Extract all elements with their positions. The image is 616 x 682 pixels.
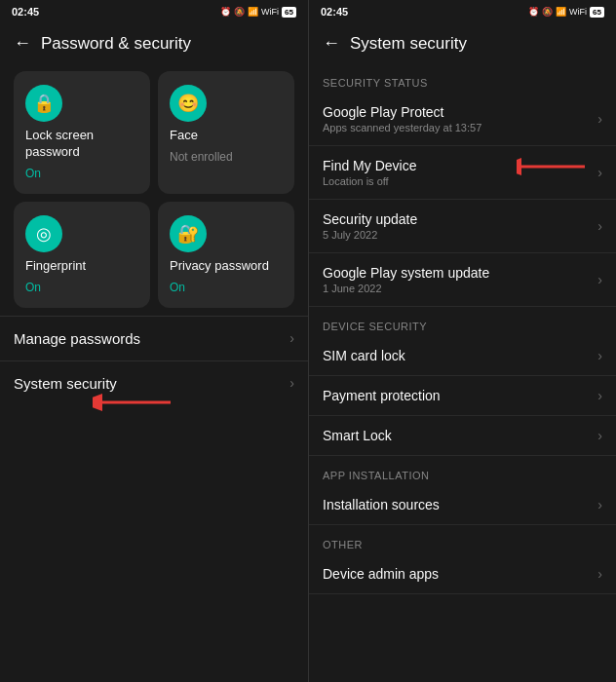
system-security-chevron: ›: [289, 375, 294, 391]
left-status-bar: 02:45 ⏰ 🔕 📶 WiFi 65: [0, 0, 308, 23]
find-my-device-sub: Location is off: [323, 175, 416, 187]
device-admin-apps-content: Device admin apps: [323, 566, 439, 582]
manage-passwords-label: Manage passwords: [14, 330, 140, 347]
left-page-title: Password & security: [41, 34, 191, 54]
left-panel: 02:45 ⏰ 🔕 📶 WiFi 65 ← Password & securit…: [0, 0, 308, 682]
device-admin-apps-title: Device admin apps: [323, 566, 439, 582]
security-update-sub: 5 July 2022: [323, 229, 417, 241]
right-panel: 02:45 ⏰ 🔕 📶 WiFi 65 ← System security SE…: [308, 0, 616, 682]
volume-icon: 🔕: [234, 7, 245, 17]
smart-lock-chevron: ›: [597, 428, 602, 443]
lock-screen-label: Lock screen password: [25, 128, 138, 161]
signal-icon: 📶: [248, 7, 258, 17]
find-my-device-chevron: ›: [597, 165, 602, 180]
right-time: 02:45: [321, 6, 348, 18]
manage-passwords-chevron: ›: [289, 330, 294, 346]
app-installation-section-label: APP INSTALLATION: [309, 456, 616, 485]
fingerprint-status: On: [25, 281, 138, 294]
system-security-item[interactable]: System security ›: [0, 360, 308, 405]
lock-screen-card[interactable]: 🔒 Lock screen password On: [14, 71, 150, 194]
security-update-title: Security update: [323, 211, 417, 227]
right-battery: 65: [590, 7, 604, 18]
google-play-protect-title: Google Play Protect: [323, 104, 481, 120]
alarm-icon-r: ⏰: [528, 7, 539, 17]
sim-card-lock-title: SIM card lock: [323, 348, 405, 363]
sim-card-lock-content: SIM card lock: [323, 348, 405, 363]
face-status: Not enrolled: [170, 150, 283, 164]
find-my-device-content: Find My Device Location is off: [323, 158, 416, 187]
privacy-password-label: Privacy password: [170, 258, 283, 275]
right-back-button[interactable]: ←: [323, 33, 340, 54]
left-battery: 65: [282, 7, 296, 18]
smart-lock-title: Smart Lock: [323, 428, 392, 443]
security-update-item[interactable]: Security update 5 July 2022 ›: [309, 200, 616, 253]
payment-protection-title: Payment protection: [323, 388, 441, 403]
manage-passwords-item[interactable]: Manage passwords ›: [0, 316, 308, 360]
fingerprint-icon: ◎: [25, 215, 62, 252]
left-back-button[interactable]: ←: [14, 33, 31, 54]
sim-card-lock-chevron: ›: [597, 348, 602, 363]
google-play-protect-content: Google Play Protect Apps scanned yesterd…: [323, 104, 481, 133]
installation-sources-item[interactable]: Installation sources ›: [309, 485, 616, 525]
right-status-bar: 02:45 ⏰ 🔕 📶 WiFi 65: [309, 0, 616, 23]
system-security-label: System security: [14, 375, 117, 392]
left-time: 02:45: [12, 6, 39, 18]
right-header: ← System security: [309, 23, 616, 63]
left-header: ← Password & security: [0, 23, 308, 63]
installation-sources-title: Installation sources: [323, 497, 440, 512]
right-page-title: System security: [350, 34, 467, 54]
find-my-device-title: Find My Device: [323, 158, 416, 173]
right-content: SECURITY STATUS Google Play Protect Apps…: [309, 63, 616, 682]
alarm-icon: ⏰: [220, 7, 231, 17]
sim-card-lock-item[interactable]: SIM card lock ›: [309, 336, 616, 376]
device-admin-apps-chevron: ›: [597, 566, 602, 582]
fingerprint-label: Fingerprint: [25, 258, 138, 275]
security-update-content: Security update 5 July 2022: [323, 211, 417, 241]
right-arrow-annotation: [517, 156, 595, 177]
installation-sources-content: Installation sources: [323, 497, 440, 512]
device-security-section-label: DEVICE SECURITY: [309, 307, 616, 336]
left-status-icons: ⏰ 🔕 📶 WiFi 65: [220, 7, 296, 18]
wifi-icon: WiFi: [261, 7, 279, 17]
google-play-system-update-item[interactable]: Google Play system update 1 June 2022 ›: [309, 253, 616, 307]
payment-protection-chevron: ›: [597, 388, 602, 403]
smart-lock-content: Smart Lock: [323, 428, 392, 443]
privacy-password-status: On: [170, 281, 283, 294]
face-icon: 😊: [170, 85, 207, 122]
device-admin-apps-item[interactable]: Device admin apps ›: [309, 554, 616, 594]
payment-protection-content: Payment protection: [323, 388, 441, 403]
privacy-icon: 🔐: [170, 215, 207, 252]
security-status-section-label: SECURITY STATUS: [309, 63, 616, 93]
google-play-system-update-chevron: ›: [597, 272, 602, 287]
security-update-chevron: ›: [597, 218, 602, 234]
google-play-protect-chevron: ›: [597, 111, 602, 127]
find-my-device-wrapper: Find My Device Location is off ›: [309, 146, 616, 200]
wifi-icon-r: WiFi: [569, 7, 587, 17]
google-play-protect-sub: Apps scanned yesterday at 13:57: [323, 122, 481, 133]
other-section-label: OTHER: [309, 525, 616, 554]
payment-protection-item[interactable]: Payment protection ›: [309, 376, 616, 416]
face-label: Face: [170, 128, 283, 144]
signal-icon-r: 📶: [556, 7, 566, 17]
google-play-system-update-content: Google Play system update 1 June 2022: [323, 265, 489, 294]
face-card[interactable]: 😊 Face Not enrolled: [158, 71, 294, 194]
lock-screen-status: On: [25, 167, 138, 180]
volume-icon-r: 🔕: [542, 7, 553, 17]
right-status-icons: ⏰ 🔕 📶 WiFi 65: [528, 7, 604, 18]
fingerprint-card[interactable]: ◎ Fingerprint On: [14, 202, 150, 308]
smart-lock-item[interactable]: Smart Lock ›: [309, 416, 616, 456]
lock-icon: 🔒: [25, 85, 62, 122]
privacy-password-card[interactable]: 🔐 Privacy password On: [158, 202, 294, 308]
google-play-system-update-sub: 1 June 2022: [323, 283, 489, 294]
security-cards-grid: 🔒 Lock screen password On 😊 Face Not enr…: [0, 63, 308, 316]
google-play-system-update-title: Google Play system update: [323, 265, 489, 281]
google-play-protect-item[interactable]: Google Play Protect Apps scanned yesterd…: [309, 93, 616, 146]
installation-sources-chevron: ›: [597, 497, 602, 512]
